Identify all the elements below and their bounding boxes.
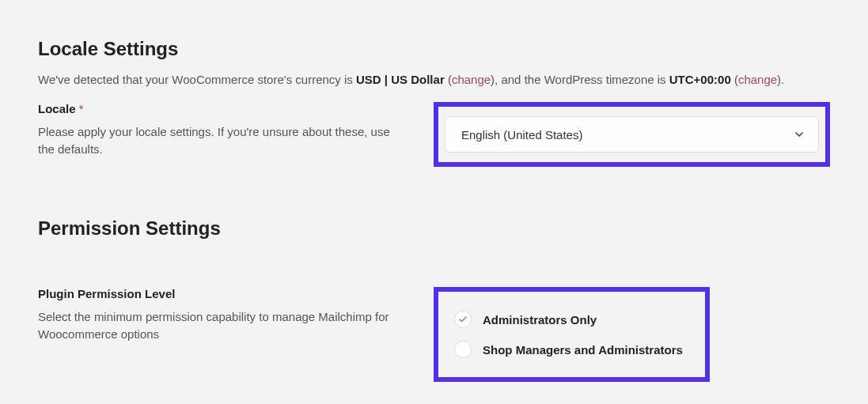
locale-field-help: Please apply your locale settings. If yo… bbox=[38, 123, 402, 158]
locale-field-label: Locale * bbox=[38, 102, 402, 115]
locale-select-highlight: English (United States) bbox=[434, 102, 830, 167]
plugin-permission-help: Select the minimum permission capability… bbox=[38, 308, 402, 343]
chevron-down-icon bbox=[793, 128, 805, 141]
plugin-permission-label: Plugin Permission Level bbox=[38, 287, 402, 300]
required-asterisk: * bbox=[79, 102, 84, 115]
change-currency-link[interactable]: change bbox=[452, 73, 491, 86]
permission-option-admins-only[interactable]: Administrators Only bbox=[454, 304, 683, 334]
permission-options-highlight: Administrators Only Shop Managers and Ad… bbox=[434, 287, 710, 382]
locale-select[interactable]: English (United States) bbox=[445, 116, 819, 153]
radio-checked-icon bbox=[454, 311, 472, 328]
permission-option-shop-managers[interactable]: Shop Managers and Administrators bbox=[454, 334, 683, 364]
locale-select-value: English (United States) bbox=[461, 128, 582, 142]
locale-settings-section: Locale Settings We've detected that your… bbox=[38, 38, 830, 167]
detected-timezone: UTC+00:00 bbox=[669, 73, 731, 86]
locale-settings-description: We've detected that your WooCommerce sto… bbox=[38, 71, 830, 88]
permission-option-label: Administrators Only bbox=[483, 313, 597, 327]
change-timezone-link[interactable]: change bbox=[738, 73, 777, 86]
locale-settings-title: Locale Settings bbox=[38, 38, 830, 60]
detected-currency: USD | US Dollar bbox=[356, 73, 445, 86]
permission-option-label: Shop Managers and Administrators bbox=[483, 343, 683, 357]
permission-settings-title: Permission Settings bbox=[38, 217, 830, 240]
radio-unchecked-icon bbox=[454, 341, 472, 358]
permission-settings-section: Permission Settings Plugin Permission Le… bbox=[38, 217, 830, 382]
